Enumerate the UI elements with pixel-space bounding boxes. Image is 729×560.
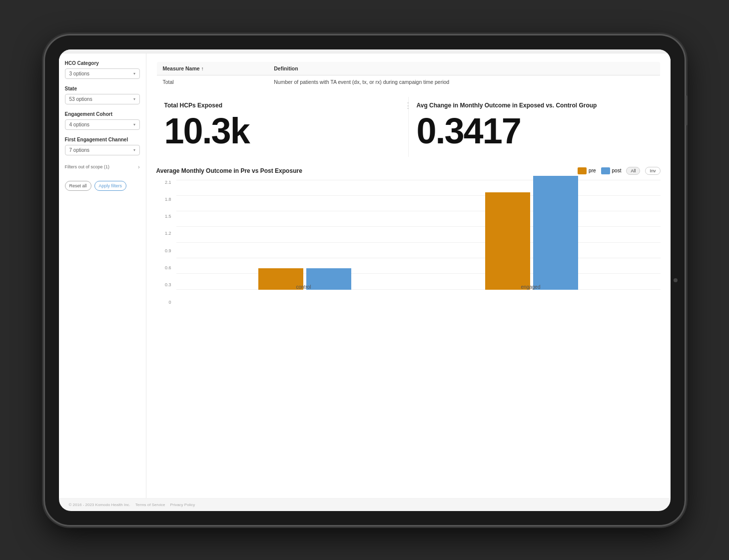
metric-title-total-hcps: Total HCPs Exposed <box>164 102 400 109</box>
y-label-06: 0.6 <box>156 265 171 270</box>
chart-section: Average Monthly Outcome in Pre vs Post E… <box>156 163 661 324</box>
bars-area <box>176 180 661 290</box>
app-content: HCO Category 3 options ▾ State 53 option… <box>59 53 671 498</box>
y-label-0: 0 <box>156 300 171 305</box>
tablet-frame: HCO Category 3 options ▾ State 53 option… <box>45 35 685 525</box>
legend-all-button[interactable]: All <box>626 167 640 175</box>
filter-select-hco[interactable]: 3 options ▾ <box>65 68 140 79</box>
table-header-measure-name: Measure Name ↑ <box>156 61 268 75</box>
chart-header: Average Monthly Outcome in Pre vs Post E… <box>156 167 661 175</box>
bar-engaged-post <box>533 176 578 290</box>
filter-group-engagement-cohort: Engagement Cohort 4 options ▾ <box>65 111 140 130</box>
metrics-section: ⋮ Total HCPs Exposed 10.3k Avg Change in… <box>156 97 661 157</box>
reset-all-button[interactable]: Reset all <box>65 181 91 191</box>
measure-table: Measure Name ↑ Definition Total Number o… <box>156 61 661 89</box>
y-label-09: 0.9 <box>156 248 171 253</box>
filter-group-hco: HCO Category 3 options ▾ <box>65 60 140 79</box>
filter-select-state[interactable]: 53 options ▾ <box>65 94 140 104</box>
metric-card-total-hcps: Total HCPs Exposed 10.3k <box>156 97 408 157</box>
chevron-down-icon: ▾ <box>133 122 135 127</box>
tablet-screen: HCO Category 3 options ▾ State 53 option… <box>59 49 671 511</box>
bar-group-engaged <box>485 176 578 290</box>
y-label-03: 0.3 <box>156 282 171 287</box>
pre-color-swatch <box>578 167 587 174</box>
table-row: Total Number of patients with TA event (… <box>156 75 660 88</box>
y-label-15: 1.5 <box>156 214 171 219</box>
metric-title-avg-change: Avg Change in Monthly Outcome in Exposed… <box>417 102 653 109</box>
legend-item-pre: pre <box>578 167 596 174</box>
filters-out-of-scope[interactable]: Filters out of scope (1) › <box>65 162 140 172</box>
metric-card-avg-change: Avg Change in Monthly Outcome in Exposed… <box>408 97 661 157</box>
legend-item-post: post <box>601 167 622 174</box>
chevron-down-icon: ▾ <box>133 71 135 76</box>
y-label-21: 2.1 <box>156 180 171 185</box>
top-bar <box>59 49 671 53</box>
filter-select-first-engagement[interactable]: 7 options ▾ <box>65 145 140 155</box>
chevron-down-icon: ▾ <box>133 97 135 101</box>
footer: © 2016 - 2023 Komodo Health Inc. Terms o… <box>59 498 671 511</box>
filter-label-hco: HCO Category <box>65 60 140 66</box>
chart-title: Average Monthly Outcome in Pre vs Post E… <box>156 167 302 174</box>
table-cell-definition: Number of patients with TA event (dx, tx… <box>268 75 660 88</box>
post-color-swatch <box>601 167 610 174</box>
main-content: Measure Name ↑ Definition Total Number o… <box>146 53 671 498</box>
chart-plot: control engaged <box>176 180 661 290</box>
filter-group-state: State 53 options ▾ <box>65 86 140 104</box>
bar-chart: 0 0.3 0.6 0.9 1.2 1.5 1.8 2.1 <box>156 180 661 320</box>
chart-legend: pre post All Inv <box>578 167 660 175</box>
legend-label-post: post <box>612 168 622 173</box>
table-cell-measure-name: Total <box>156 75 268 88</box>
sidebar: HCO Category 3 options ▾ State 53 option… <box>59 53 146 498</box>
table-header-definition: Definition <box>268 61 660 75</box>
filter-label-first-engagement: First Engagement Channel <box>65 137 140 142</box>
x-labels: control engaged <box>176 284 661 290</box>
footer-copyright: © 2016 - 2023 Komodo Health Inc. <box>69 503 130 507</box>
legend-inv-button[interactable]: Inv <box>645 167 660 175</box>
sidebar-buttons: Reset all Apply filters <box>65 181 140 191</box>
y-label-12: 1.2 <box>156 231 171 236</box>
footer-privacy-link[interactable]: Privacy Policy <box>170 503 195 507</box>
bar-engaged-pre <box>485 192 530 290</box>
apply-filters-button[interactable]: Apply filters <box>94 181 127 191</box>
chevron-down-icon: ▾ <box>133 148 135 152</box>
metric-value-avg-change: 0.3417 <box>417 113 653 149</box>
x-label-engaged: engaged <box>521 284 541 290</box>
arrow-right-icon: › <box>138 164 139 170</box>
metric-value-total-hcps: 10.3k <box>164 113 400 149</box>
filter-select-engagement-cohort[interactable]: 4 options ▾ <box>65 119 140 130</box>
filter-group-first-engagement: First Engagement Channel 7 options ▾ <box>65 137 140 155</box>
filter-label-state: State <box>65 86 140 91</box>
footer-terms-link[interactable]: Terms of Service <box>135 503 165 507</box>
x-label-control: control <box>296 284 311 290</box>
y-axis: 0 0.3 0.6 0.9 1.2 1.5 1.8 2.1 <box>156 180 174 305</box>
legend-label-pre: pre <box>589 168 596 173</box>
filter-label-engagement-cohort: Engagement Cohort <box>65 111 140 117</box>
y-label-18: 1.8 <box>156 197 171 202</box>
